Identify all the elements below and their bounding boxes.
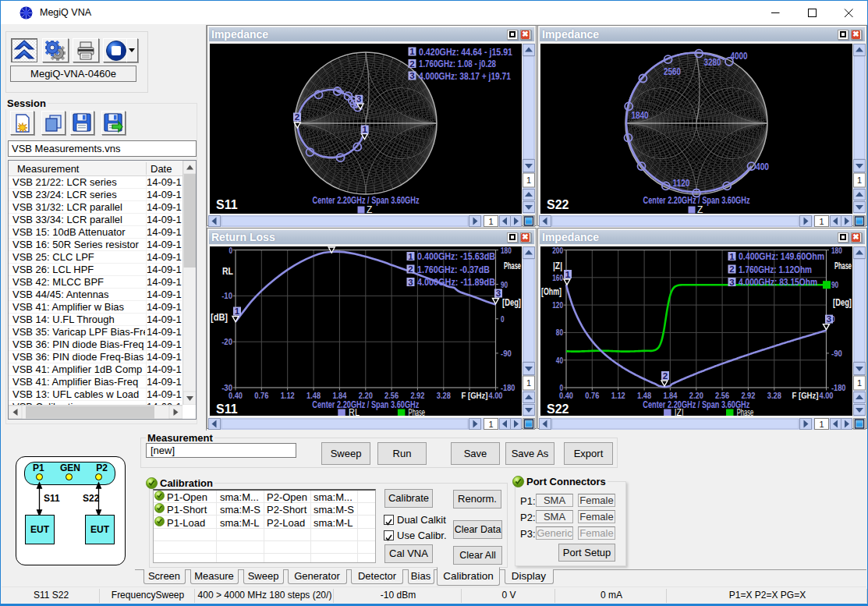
svg-text:[Ohm]: [Ohm] <box>541 286 562 297</box>
svg-text:160: 160 <box>552 272 563 282</box>
svg-text:2560: 2560 <box>664 65 681 76</box>
svg-text:-180: -180 <box>501 383 515 392</box>
svg-text:3.28: 3.28 <box>767 391 781 400</box>
svg-text:1: 1 <box>408 251 413 260</box>
svg-text:S11: S11 <box>216 198 238 211</box>
svg-text:Z: Z <box>367 204 372 214</box>
svg-text:2: 2 <box>409 58 414 68</box>
svg-text:3: 3 <box>729 277 734 286</box>
svg-text:3: 3 <box>826 314 831 324</box>
svg-text:1: 1 <box>234 307 239 316</box>
svg-text:120: 120 <box>552 300 563 310</box>
svg-text:0.40: 0.40 <box>229 391 243 400</box>
svg-text:S11: S11 <box>216 402 238 416</box>
svg-text:1120: 1120 <box>672 177 689 189</box>
svg-text:1840: 1840 <box>631 109 648 121</box>
svg-text:-20: -20 <box>221 337 232 346</box>
svg-text:[Deg]: [Deg] <box>833 297 852 308</box>
svg-text:F [GHz]: F [GHz] <box>792 391 818 400</box>
svg-text:Center 2.20GHz / Span 3.60GHz: Center 2.20GHz / Span 3.60GHz <box>312 194 419 205</box>
svg-text:2: 2 <box>662 370 667 380</box>
svg-text:80: 80 <box>555 328 562 337</box>
svg-text:1: 1 <box>565 269 570 278</box>
svg-text:|Z|: |Z| <box>674 407 683 416</box>
svg-text:S22: S22 <box>547 198 569 211</box>
svg-text:0.400GHz: 149.60Ohm: 0.400GHz: 149.60Ohm <box>739 250 824 262</box>
svg-text:1: 1 <box>526 378 531 388</box>
svg-text:1: 1 <box>729 251 735 260</box>
svg-text:-90: -90 <box>831 348 842 357</box>
svg-text:-10: -10 <box>221 291 232 300</box>
svg-text:-90: -90 <box>501 348 512 357</box>
svg-text:3280: 3280 <box>703 55 721 67</box>
svg-text:Phase: Phase <box>834 260 852 271</box>
svg-text:4.000GHz: 83.15Ohm: 4.000GHz: 83.15Ohm <box>739 276 817 288</box>
svg-text:1.12: 1.12 <box>611 391 625 400</box>
svg-text:0: 0 <box>229 246 232 255</box>
svg-text:1: 1 <box>857 378 862 388</box>
svg-text:1: 1 <box>488 216 493 225</box>
svg-text:Phase: Phase <box>736 407 753 416</box>
svg-text:Phase: Phase <box>408 407 425 416</box>
svg-text:1.12: 1.12 <box>280 391 294 400</box>
svg-text:1.760GHz: -0.37dB: 1.760GHz: -0.37dB <box>417 263 490 275</box>
svg-text:RL: RL <box>349 407 360 416</box>
svg-text:S22: S22 <box>547 402 569 416</box>
svg-text:0.76: 0.76 <box>254 391 268 400</box>
svg-text:2: 2 <box>294 112 299 122</box>
svg-text:1: 1 <box>409 47 415 56</box>
svg-text:RL: RL <box>222 266 233 277</box>
svg-text:0.420GHz: 44.64 - j15.91: 0.420GHz: 44.64 - j15.91 <box>419 45 512 57</box>
svg-text:[dB]: [dB] <box>211 312 228 323</box>
svg-text:1.760GHz: 1.12Ohm: 1.760GHz: 1.12Ohm <box>739 263 812 275</box>
svg-text:3.28: 3.28 <box>436 391 450 400</box>
svg-text:1: 1 <box>819 216 824 225</box>
svg-text:Phase: Phase <box>504 260 521 271</box>
svg-text:Center 2.20GHz / Span 3.60GHz: Center 2.20GHz / Span 3.60GHz <box>312 399 419 409</box>
svg-text:3: 3 <box>495 289 500 298</box>
svg-text:Z: Z <box>697 204 703 214</box>
svg-text:F [GHz]: F [GHz] <box>461 391 487 400</box>
svg-text:4.000GHz: 38.17 + j19.71: 4.000GHz: 38.17 + j19.71 <box>419 69 511 81</box>
svg-text:|Z|: |Z| <box>553 260 562 271</box>
svg-text:1: 1 <box>488 419 493 428</box>
svg-text:4.000GHz: -11.89dB: 4.000GHz: -11.89dB <box>417 276 495 288</box>
svg-text:3: 3 <box>356 94 361 104</box>
svg-text:1: 1 <box>526 175 531 185</box>
svg-text:180: 180 <box>501 246 512 255</box>
svg-text:3: 3 <box>408 277 413 286</box>
svg-text:90: 90 <box>501 279 508 289</box>
svg-text:180: 180 <box>831 246 842 255</box>
svg-text:200: 200 <box>552 246 563 255</box>
svg-text:[Deg]: [Deg] <box>502 297 521 308</box>
svg-text:2: 2 <box>729 264 734 274</box>
svg-text:0: 0 <box>501 314 505 323</box>
svg-text:1: 1 <box>857 175 862 185</box>
svg-text:0.400GHz: -15.63dB: 0.400GHz: -15.63dB <box>417 250 495 262</box>
svg-text:2: 2 <box>408 264 413 274</box>
svg-text:1.760GHz: 1.08 - j0.28: 1.760GHz: 1.08 - j0.28 <box>419 58 496 69</box>
svg-text:0.76: 0.76 <box>585 391 599 400</box>
svg-text:3: 3 <box>409 71 414 80</box>
svg-text:-180: -180 <box>831 383 845 392</box>
svg-text:1: 1 <box>362 125 367 134</box>
svg-text:90: 90 <box>831 279 838 289</box>
svg-text:4.00: 4.00 <box>819 391 833 400</box>
svg-text:4000: 4000 <box>730 50 747 62</box>
svg-text:4.00: 4.00 <box>488 391 502 400</box>
svg-text:0.40: 0.40 <box>559 391 573 400</box>
svg-text:Center 2.20GHz / Span 3.60GHz: Center 2.20GHz / Span 3.60GHz <box>643 194 749 205</box>
svg-text:40: 40 <box>555 355 562 364</box>
svg-text:1: 1 <box>819 419 824 428</box>
svg-text:Center 2.20GHz / Span 3.60GHz: Center 2.20GHz / Span 3.60GHz <box>643 399 749 409</box>
svg-text:400: 400 <box>756 161 769 172</box>
